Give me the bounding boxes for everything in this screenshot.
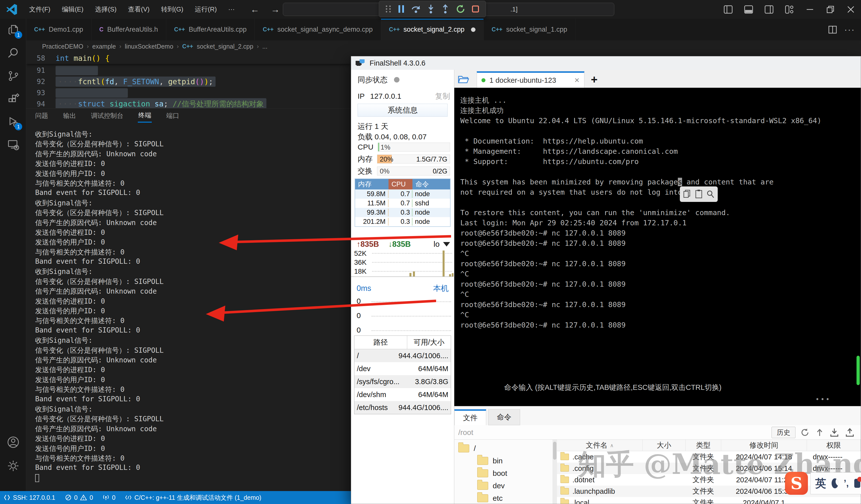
- source-control-icon[interactable]: [0, 65, 26, 87]
- tree-scrollbar[interactable]: [552, 440, 557, 504]
- cpp-build-task[interactable]: C/C++: g++-11 生成和调试活动文件 (1_demo): [125, 493, 261, 502]
- disk-row[interactable]: /etc/hosts944.4G/1006....: [354, 401, 451, 414]
- close-tab-icon[interactable]: ✕: [574, 77, 580, 84]
- restart-icon[interactable]: [456, 4, 465, 14]
- disk-row[interactable]: /dev64M/64M: [354, 362, 451, 375]
- process-row[interactable]: 11.5M0.7sshd: [355, 199, 450, 208]
- extensions-icon[interactable]: [0, 87, 26, 110]
- splitter-grip[interactable]: •••: [816, 394, 831, 405]
- download-icon[interactable]: [830, 428, 839, 437]
- step-into-icon[interactable]: [427, 4, 435, 14]
- interface-select[interactable]: lo: [434, 240, 450, 249]
- files-tab[interactable]: 文件: [454, 409, 486, 425]
- parent-dir-icon[interactable]: [816, 428, 823, 437]
- ping-host[interactable]: 本机: [433, 283, 449, 294]
- drag-handle-icon[interactable]: [385, 5, 392, 13]
- ssh-terminal[interactable]: 连接主机 ...连接主机成功Welcome to Ubuntu 22.04.4 …: [454, 88, 861, 406]
- paste-icon[interactable]: [695, 189, 702, 199]
- toggle-sidebar-icon[interactable]: [718, 0, 738, 19]
- pause-icon[interactable]: [397, 5, 405, 13]
- panel-tab-terminal[interactable]: 终端: [138, 109, 152, 123]
- disk-row[interactable]: /dev/shm64M/64M: [354, 388, 451, 401]
- proc-col-mem[interactable]: 内存: [355, 179, 388, 189]
- panel-tab-problems[interactable]: 问题: [35, 109, 49, 122]
- copy-button[interactable]: 复制: [435, 91, 450, 101]
- tab-bufferareautils-h[interactable]: CBufferAreaUtils.h: [92, 19, 166, 40]
- breadcrumb[interactable]: PracticeDEMO› example› linuxSocketDemo› …: [26, 40, 861, 52]
- search-icon[interactable]: [0, 42, 26, 65]
- remote-indicator[interactable]: SSH: 127.0.0.1: [3, 494, 55, 501]
- tree-item[interactable]: dev: [454, 480, 552, 492]
- ime-tool-icon[interactable]: [854, 479, 860, 488]
- sogou-logo[interactable]: S: [785, 472, 808, 495]
- tab-bufferareautils-cpp[interactable]: C++BufferAreaUtils.cpp: [166, 19, 255, 40]
- step-over-icon[interactable]: [411, 4, 421, 14]
- tab-socket-signal-1[interactable]: C++socket_signal_1.cpp: [484, 19, 575, 40]
- step-out-icon[interactable]: [441, 4, 450, 14]
- menu-file[interactable]: 文件(F): [24, 0, 56, 19]
- moon-icon[interactable]: [832, 478, 838, 488]
- process-row[interactable]: 201.2M0.3node: [355, 217, 450, 226]
- tree-item[interactable]: /: [454, 442, 552, 455]
- menu-goto[interactable]: 转到(G): [155, 0, 189, 19]
- settings-gear-icon[interactable]: [0, 454, 26, 477]
- menu-selection[interactable]: 选择(S): [89, 0, 122, 19]
- open-folder-icon[interactable]: [458, 74, 469, 84]
- code-editor[interactable]: 58 int main() { 91 92 ····fcntl(fd, F_SE…: [26, 52, 351, 108]
- process-row[interactable]: 59.8M0.7node: [355, 189, 450, 199]
- menu-more[interactable]: ···: [222, 0, 241, 19]
- remote-explorer-icon[interactable]: [0, 133, 26, 156]
- new-tab-icon[interactable]: +: [591, 74, 598, 85]
- disk-row[interactable]: /sys/fs/cgro...3.8G/3.8G: [354, 375, 451, 388]
- system-info-button[interactable]: 系统信息: [358, 104, 448, 117]
- search-icon[interactable]: [706, 189, 715, 199]
- directory-tree[interactable]: /binbootdevetchome: [454, 440, 552, 504]
- run-debug-icon[interactable]: 1: [0, 110, 26, 133]
- ime-lang-mode[interactable]: 英: [815, 476, 826, 491]
- proc-col-cpu[interactable]: CPU: [388, 179, 412, 189]
- command-input-hint[interactable]: 命令输入 (按ALT键提示历史,TAB键路径,ESC键返回,双击CTRL切换): [504, 382, 722, 393]
- toggle-secondary-sidebar-icon[interactable]: [759, 0, 779, 19]
- close-icon[interactable]: [840, 0, 861, 19]
- disk-row[interactable]: /944.4G/1006....: [354, 349, 451, 362]
- history-button[interactable]: 历史: [771, 427, 795, 438]
- tree-item[interactable]: etc: [454, 492, 552, 504]
- finalshell-titlebar[interactable]: FinalShell 4.3.0.6: [351, 56, 861, 70]
- path-input[interactable]: /root: [458, 428, 771, 437]
- tree-item[interactable]: bin: [454, 455, 552, 467]
- tab-socket-signal-async[interactable]: C++socket_signal_async_demo.cpp: [255, 19, 381, 40]
- explorer-icon[interactable]: 1: [0, 19, 26, 42]
- minimize-icon[interactable]: [800, 0, 820, 19]
- restore-icon[interactable]: [820, 0, 840, 19]
- problems-status[interactable]: 0 0: [65, 494, 93, 501]
- copy-icon[interactable]: [683, 189, 692, 199]
- process-row[interactable]: 99.3M0.3node: [355, 208, 450, 217]
- vscode-terminal-output[interactable]: 收到Signal信号:信号变化（区分是何种信号）: SIGPOLL信号产生的原因…: [26, 123, 351, 491]
- editor-more-actions-icon[interactable]: ···: [844, 25, 855, 35]
- menu-run[interactable]: 运行(R): [189, 0, 222, 19]
- refresh-icon[interactable]: [801, 428, 809, 437]
- tab-demo1[interactable]: C++Demo1.cpp: [26, 19, 92, 40]
- accounts-icon[interactable]: [0, 431, 26, 454]
- proc-col-cmd[interactable]: 命令: [412, 179, 450, 189]
- ports-status[interactable]: 0: [102, 494, 115, 501]
- toggle-panel-icon[interactable]: [738, 0, 759, 19]
- process-table[interactable]: 内存 CPU 命令 59.8M0.7node 11.5M0.7sshd 99.3…: [355, 178, 451, 227]
- terminal-tab[interactable]: 1 docker-ubuntu-123 ✕: [477, 71, 584, 88]
- panel-tab-output[interactable]: 输出: [63, 109, 77, 122]
- panel-tab-debug-console[interactable]: 调试控制台: [91, 109, 124, 122]
- customize-layout-icon[interactable]: [779, 0, 800, 19]
- split-editor-icon[interactable]: [828, 26, 837, 33]
- nav-forward-icon[interactable]: →: [271, 4, 280, 15]
- stop-icon[interactable]: [471, 5, 480, 13]
- terminal-scrollbar[interactable]: [857, 356, 860, 385]
- panel-tab-ports[interactable]: 端口: [166, 109, 180, 122]
- ime-punct[interactable]: ’,: [844, 478, 849, 489]
- file-row[interactable]: .local 文件夹 2024/04/07 1: [557, 497, 861, 504]
- commands-tab[interactable]: 命令: [488, 409, 520, 425]
- menu-edit[interactable]: 编辑(E): [56, 0, 89, 19]
- nav-back-icon[interactable]: ←: [250, 4, 259, 15]
- tree-item[interactable]: boot: [454, 467, 552, 480]
- tab-socket-signal-2[interactable]: C++socket_signal_2.cpp: [381, 19, 484, 40]
- disk-table[interactable]: 路径 可用/大小 /944.4G/1006..../dev64M/64M/sys…: [354, 336, 451, 414]
